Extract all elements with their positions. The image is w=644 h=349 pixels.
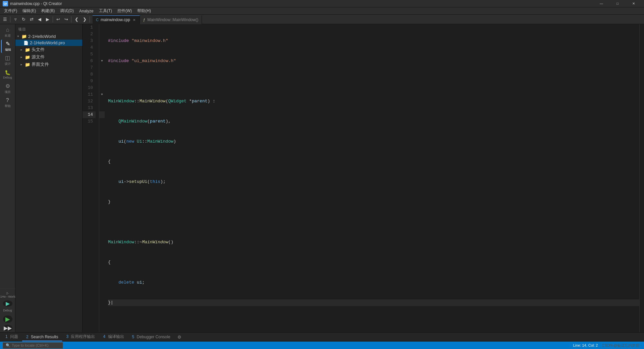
sources-arrow: ►	[20, 56, 23, 59]
bottom-tab-compile[interactable]: 4 编译输出	[99, 333, 128, 342]
edit-icon: ✎	[6, 41, 10, 47]
menu-file[interactable]: 文件(F)	[1, 7, 20, 15]
code-line-10	[108, 219, 639, 226]
tab-label-mainwindow: mainwindow.cpp	[101, 17, 130, 22]
maximize-button[interactable]: □	[610, 0, 625, 7]
tree-header: 项目	[15, 26, 82, 33]
fold-10	[99, 85, 105, 91]
tree-item-pro[interactable]: 📄 2-1HelloWorld.pro	[15, 40, 82, 46]
tree-pro-label: 2-1HelloWorld.pro	[30, 40, 65, 45]
tree-folder-ui[interactable]: ► 📁 界面文件	[15, 61, 82, 68]
locate-input[interactable]	[12, 343, 60, 347]
line-num-1: 1	[83, 24, 96, 31]
csdn-watermark: CSDN @被遗忘的梦想 ·	[602, 343, 641, 348]
fold-12	[99, 98, 105, 105]
menu-build[interactable]: 构建(B)	[39, 7, 57, 15]
toolbar-btn-2[interactable]: ↻	[20, 16, 27, 23]
tab-num-4: 4	[103, 334, 105, 339]
sidebar-help[interactable]: ? 帮助	[1, 96, 14, 109]
menu-debug[interactable]: 调试(D)	[57, 7, 76, 15]
fold-2	[99, 31, 105, 38]
code-area[interactable]: #include "mainwindow.h" #include "ui_mai…	[105, 24, 639, 332]
tab-mainwindow-func[interactable]: ƒ MainWindow::MainWindow()	[140, 15, 202, 24]
fold-6[interactable]: ▼	[99, 58, 105, 64]
close-button[interactable]: ✕	[626, 0, 641, 7]
status-right: Line: 14, Col: 2 CSDN @被遗忘的梦想 ·	[573, 343, 641, 348]
bottom-tab-search[interactable]: 2 Search Results	[22, 333, 62, 341]
bottom-tab-app-output[interactable]: 3 应用程序输出	[62, 333, 99, 342]
line-numbers: 1 2 3 4 5 6 7 8 9 10 11 12 13 14 15	[83, 24, 99, 332]
menu-analyze[interactable]: Analyze	[76, 7, 96, 15]
toolbar-btn-1[interactable]: ▿	[12, 16, 19, 23]
step-button[interactable]: ▶▶	[3, 325, 12, 331]
toolbar-sep-1	[10, 16, 10, 22]
tab-close-mainwindow[interactable]: ✕	[132, 18, 136, 22]
tree-root-label: 2-1HelloWorld	[28, 34, 56, 39]
sidebar-help-label: 帮助	[5, 104, 11, 108]
toolbar-btn-3[interactable]: ⇄	[28, 16, 35, 23]
toolbar-menu-btn[interactable]: ☰	[1, 16, 9, 23]
sidebar-edit[interactable]: ✎ 编辑	[1, 40, 14, 53]
bottom-panel-tabs: 1 问题 2 Search Results 3 应用程序输出 4 编译输出 5 …	[0, 332, 644, 342]
menu-widget[interactable]: 控件(W)	[115, 7, 135, 15]
bottom-tab-problems[interactable]: 1 问题	[1, 333, 22, 342]
sidebar-welcome[interactable]: ⌂ 欢迎	[1, 26, 14, 39]
tree-headers-label: 头文件	[32, 47, 45, 53]
tree-root-folder[interactable]: ▼ 📁 2-1HelloWorld	[15, 33, 82, 40]
code-line-2: #include "ui_mainwindow.h"	[108, 58, 639, 64]
line-num-13: 13	[83, 105, 96, 111]
fold-column: ▼ ▼	[99, 24, 105, 332]
debug-run-button[interactable]: ▶	[3, 300, 12, 307]
code-line-9: }	[108, 199, 639, 205]
line-num-2: 2	[83, 31, 96, 38]
bottom-tab-debugger[interactable]: 5 Debugger Console	[128, 333, 174, 341]
code-line-13: delete ui;	[108, 279, 639, 286]
fold-8	[99, 71, 105, 78]
code-line-3	[108, 78, 639, 85]
line-num-8: 8	[83, 71, 96, 78]
menu-edit[interactable]: 编辑(E)	[20, 7, 39, 15]
sidebar-design[interactable]: ◫ 设计	[1, 54, 14, 67]
tab-mainwindow-cpp[interactable]: C mainwindow.cpp ✕	[93, 15, 140, 24]
toolbar-btn-6[interactable]: ↩	[54, 16, 62, 23]
sidebar-debug[interactable]: 🐛 Debug	[1, 68, 14, 81]
toolbar-btn-4[interactable]: ◀	[36, 16, 43, 23]
tree-folder-sources[interactable]: ► 📁 源文件	[15, 53, 82, 61]
left-panel: ⌂ 欢迎 ✎ 编辑 ◫ 设计 🐛 Debug ⚙ 项目	[0, 24, 15, 332]
design-icon: ◫	[5, 55, 10, 61]
toolbar-btn-5[interactable]: ▶	[44, 16, 51, 23]
window-controls: — □ ✕	[594, 0, 641, 7]
fold-4[interactable]	[99, 44, 105, 51]
locate-input-wrapper: 🔍	[3, 342, 63, 349]
tree-folder-headers[interactable]: ► 📁 头文件	[15, 46, 82, 53]
tab-label-debugger: Debugger Console	[137, 335, 170, 339]
debug-mode-label: Debug	[3, 309, 12, 312]
line-num-12: 12	[83, 98, 96, 105]
toolbar-btn-7[interactable]: ↪	[62, 16, 70, 23]
file-tree-panel: 项目 ▼ 📁 2-1HelloWorld 📄 2-1HelloWorld.pro…	[15, 24, 83, 332]
sidebar-projects-label: 项目	[5, 90, 11, 94]
line-num-10: 10	[83, 85, 96, 91]
line-num-14: 14	[83, 111, 96, 118]
menu-help[interactable]: 帮助(H)	[135, 7, 154, 15]
headers-folder-icon: 📁	[25, 47, 30, 52]
fold-11[interactable]: ▼	[99, 91, 105, 98]
run-button[interactable]: ▶	[3, 315, 12, 323]
toolbar-btn-9[interactable]: ❯	[81, 16, 88, 23]
code-editor[interactable]: 1 2 3 4 5 6 7 8 9 10 11 12 13 14 15	[83, 24, 644, 332]
line-num-7: 7	[83, 64, 96, 71]
code-line-4: MainWindow::MainWindow(QWidget *parent) …	[108, 98, 639, 105]
sidebar-projects[interactable]: ⚙ 项目	[1, 82, 14, 95]
fold-7	[99, 64, 105, 71]
menu-tools[interactable]: 工具(T)	[96, 7, 115, 15]
toolbar-btn-8[interactable]: ❮	[73, 16, 80, 23]
tab-label-problems: 问题	[10, 334, 18, 339]
line-col-display: Line: 14, Col: 2	[573, 343, 598, 347]
line-num-11: 11	[83, 91, 96, 98]
right-gutter-scrollbar[interactable]	[639, 24, 644, 332]
minimize-button[interactable]: —	[594, 0, 609, 7]
code-line-6: ui(new Ui::MainWindow)	[108, 138, 639, 145]
bottom-panel-settings-btn[interactable]: ⚙	[176, 334, 183, 341]
code-line-7: {	[108, 158, 639, 165]
sidebar-edit-label: 编辑	[5, 48, 11, 52]
